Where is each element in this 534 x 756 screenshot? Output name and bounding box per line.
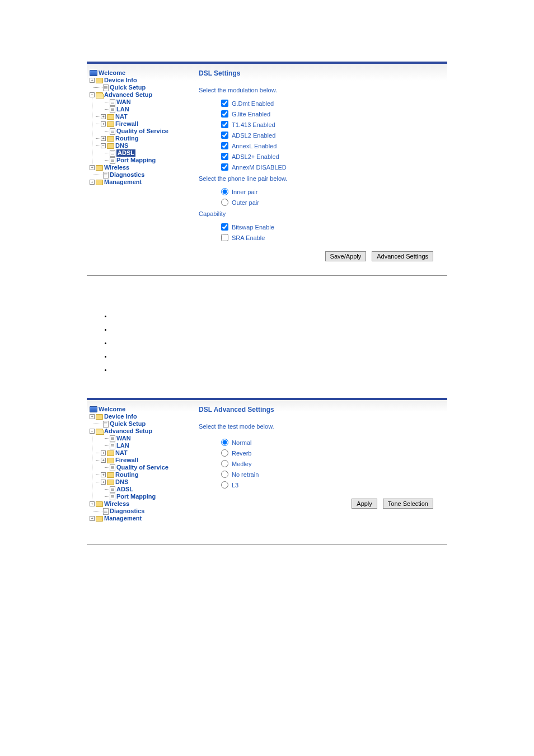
t1413-checkbox[interactable] (221, 121, 228, 128)
pair-option: Inner pair (199, 186, 439, 197)
expand-icon[interactable]: + (101, 472, 106, 477)
option-label: Inner pair (232, 189, 257, 195)
noretrain-radio[interactable] (221, 471, 228, 478)
nav-qos[interactable]: Quality of Service (92, 128, 188, 135)
tree-connector (96, 475, 100, 475)
button-row: Apply Tone Selection (199, 490, 439, 511)
glite-checkbox[interactable] (221, 110, 228, 118)
apply-button[interactable]: Apply (352, 499, 377, 509)
reverb-radio[interactable] (221, 449, 228, 457)
nav-device-info[interactable]: + Device Info (90, 413, 188, 420)
tree-connector (105, 496, 109, 497)
tree-connector (105, 109, 109, 110)
nav-dns[interactable]: − DNS (92, 142, 188, 149)
pair-option: Outer pair (199, 197, 439, 208)
expand-icon[interactable]: + (90, 180, 95, 185)
nav-device-info[interactable]: + Device Info (90, 77, 188, 84)
gdmt-checkbox[interactable] (221, 100, 228, 107)
nav-dns[interactable]: + DNS (92, 478, 188, 486)
sra-checkbox[interactable] (221, 234, 228, 241)
option-label: Normal (232, 439, 251, 446)
l3-radio[interactable] (221, 481, 228, 489)
nav-qos[interactable]: Quality of Service (92, 464, 188, 471)
expand-icon[interactable]: + (101, 136, 106, 141)
inner-pair-radio[interactable] (221, 188, 228, 195)
modulation-option: T1.413 Enabled (199, 119, 439, 130)
medley-radio[interactable] (221, 460, 228, 467)
dsl-advanced-main: DSL Advanced Settings Select the test mo… (190, 400, 447, 528)
page-icon (110, 106, 115, 113)
nav-port-mapping[interactable]: Port Mapping (92, 493, 188, 500)
modulation-instruction: Select the modulation below. (199, 87, 439, 93)
page-icon (110, 494, 115, 500)
tree-connector (105, 438, 109, 439)
nav-wireless[interactable]: + Wireless (90, 500, 188, 508)
nav-lan[interactable]: LAN (92, 442, 188, 449)
folder-icon (96, 414, 103, 420)
nav-adsl[interactable]: ADSL (92, 486, 188, 493)
collapse-icon[interactable]: − (90, 429, 95, 434)
collapse-icon[interactable]: − (90, 92, 95, 97)
nav-routing[interactable]: + Routing (92, 135, 188, 142)
nav-wan[interactable]: WAN (92, 98, 188, 106)
nav-welcome[interactable]: Welcome (90, 406, 188, 413)
nav-welcome[interactable]: Welcome (90, 69, 188, 77)
nav-management[interactable]: + Management (90, 515, 188, 522)
adsl2plus-checkbox[interactable] (221, 153, 228, 160)
navigation-tree: Welcome + Device Info Quick Setup − Adva… (87, 400, 190, 528)
annexm-checkbox[interactable] (221, 163, 228, 171)
outer-pair-radio[interactable] (221, 199, 228, 206)
collapse-icon[interactable]: − (101, 143, 106, 148)
expand-icon[interactable]: + (101, 121, 106, 126)
nav-firewall[interactable]: + Firewall (92, 120, 188, 128)
nav-advanced-setup[interactable]: − Advanced Setup (90, 91, 188, 98)
nav-wireless[interactable]: + Wireless (90, 164, 188, 171)
tone-selection-button[interactable]: Tone Selection (383, 499, 433, 509)
expand-icon[interactable]: + (101, 114, 106, 119)
expand-icon[interactable]: + (90, 516, 95, 521)
tree-connector (93, 511, 102, 511)
adsl2-checkbox[interactable] (221, 132, 228, 139)
expand-icon[interactable]: + (90, 501, 95, 506)
option-label: No retrain (232, 471, 259, 478)
normal-radio[interactable] (221, 439, 228, 446)
save-apply-button[interactable]: Save/Apply (325, 251, 367, 261)
nav-quick-setup[interactable]: Quick Setup (90, 420, 188, 428)
folder-icon (107, 143, 114, 149)
nav-adsl[interactable]: ADSL (92, 149, 188, 157)
expand-icon[interactable]: + (90, 414, 95, 419)
testmode-option: Reverb (199, 448, 439, 458)
annexl-checkbox[interactable] (221, 142, 228, 149)
nav-advanced-setup[interactable]: − Advanced Setup (90, 428, 188, 435)
nav-diagnostics[interactable]: Diagnostics (90, 171, 188, 179)
nav-quick-setup[interactable]: Quick Setup (90, 84, 188, 91)
testmode-instruction: Select the test mode below. (199, 423, 439, 430)
nav-port-mapping[interactable]: Port Mapping (92, 157, 188, 164)
expand-icon[interactable]: + (90, 165, 95, 170)
page-icon (110, 435, 115, 442)
option-label: AnnexL Enabled (232, 143, 277, 149)
nav-nat[interactable]: + NAT (92, 449, 188, 457)
modulation-option: AnnexM DISABLED (199, 162, 439, 172)
folder-icon (96, 78, 103, 83)
nav-wan[interactable]: WAN (92, 435, 188, 442)
option-label: G.Dmt Enabled (232, 100, 274, 107)
option-label: Bitswap Enable (232, 224, 274, 231)
page-icon (110, 443, 115, 449)
nav-firewall[interactable]: + Firewall (92, 457, 188, 464)
tree-connector (105, 489, 109, 490)
advanced-settings-button[interactable]: Advanced Settings (372, 251, 433, 261)
nav-diagnostics[interactable]: Diagnostics (90, 508, 188, 515)
expand-icon[interactable]: + (90, 78, 95, 83)
expand-icon[interactable]: + (101, 458, 106, 463)
expand-icon[interactable]: + (101, 480, 106, 485)
nav-nat[interactable]: + NAT (92, 113, 188, 120)
folder-icon (96, 180, 103, 185)
bitswap-checkbox[interactable] (221, 223, 228, 231)
nav-lan[interactable]: LAN (92, 106, 188, 113)
nav-routing[interactable]: + Routing (92, 471, 188, 478)
nav-management[interactable]: + Management (90, 179, 188, 186)
capability-option: SRA Enable (199, 232, 439, 243)
folder-icon (107, 121, 114, 127)
expand-icon[interactable]: + (101, 450, 106, 456)
